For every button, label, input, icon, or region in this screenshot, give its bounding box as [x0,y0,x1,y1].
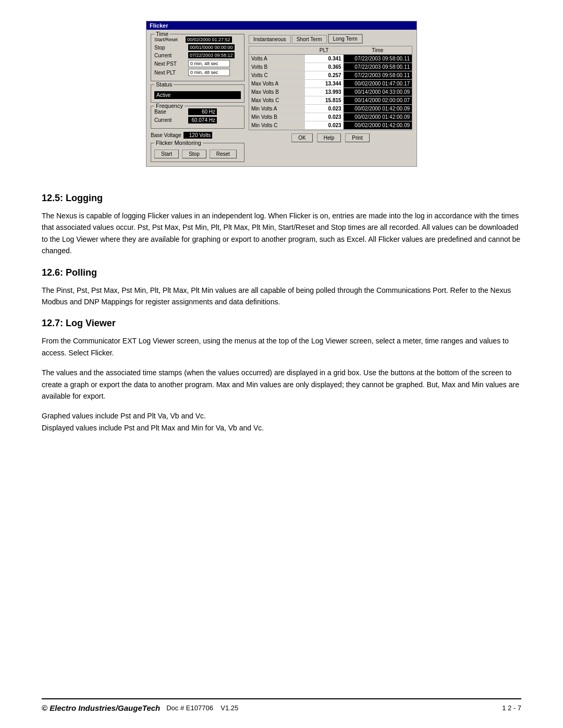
start-reset-row: Start/Reset 00/02/2000 01:27:52 [154,36,241,43]
grid-cell-plt: 0.023 [305,121,344,129]
ok-button[interactable]: OK [291,133,312,142]
grid-header-plt: PLT [305,46,344,54]
stop-row: Stop 00/01/0000 00:00:00 [154,44,241,51]
grid-row: Min Volts B0.02300/02/2000 01:42:00.09 [249,113,412,121]
stop-value: 00/01/0000 00:00:00 [188,44,235,51]
grid-cell-time: 00/14/2000 04:33:00.09 [344,88,412,96]
doc-version: V1.25 [221,704,238,712]
dialog-title: Flicker [150,22,168,29]
grid-cell-plt: 0.023 [305,113,344,121]
footer-page: 1 2 - 7 [502,704,521,712]
dialog-title-bar: Flicker [146,21,417,30]
time-group: Time Start/Reset 00/02/2000 01:27:52 Sto… [151,34,244,81]
base-voltage-label: Base Voltage [151,132,181,138]
grid-cell-label: Max Volts A [249,80,305,88]
left-panel: Time Start/Reset 00/02/2000 01:27:52 Sto… [151,34,244,162]
grid-cell-label: Min Volts A [249,105,305,113]
grid-cell-label: Max Volts C [249,96,305,104]
next-plt-label: Next PLT [154,70,188,76]
grid-cell-time: 00/02/2000 01:47:00.17 [344,80,412,88]
grid-header: PLT Time [249,46,412,55]
next-plt-row: Next PLT 0 min, 48 sec [154,69,241,76]
footer: © Electro Industries/GaugeTech Doc # E10… [42,698,521,712]
current-label: Current [154,53,188,58]
flicker-dialog: Flicker Time Start/Reset 00/02/2000 01:2… [146,21,417,167]
freq-current-row: Current 60.074 Hz [154,117,241,124]
grid-cell-label: Volts C [249,71,305,79]
grid-row: Volts A0.34107/22/2003 09:58:00.11 [249,55,412,63]
right-panel: Instantaneous Short Term Long Term PLT T… [249,34,412,162]
section-heading-polling: 12.6: Polling [42,267,521,278]
status-group: Status Active [151,84,244,103]
grid-row: Max Volts A13.34400/02/2000 01:47:00.17 [249,80,412,88]
section-heading-logging: 12.5: Logging [42,193,521,204]
doc-label: Doc # [166,704,184,712]
footer-doc: Doc # E107706 V1.25 [166,704,238,712]
flicker-stop-button[interactable]: Stop [182,150,206,158]
flicker-monitoring-label: Flicker Monitoring [154,140,203,146]
logo-text: Electro Industries/GaugeTech [50,704,160,712]
grid-row: Min Volts C0.02300/02/2000 01:42:00.09 [249,121,412,130]
grid-cell-plt: 0.341 [305,55,344,63]
grid-cell-time: 07/22/2003 09:58:00.11 [344,63,412,71]
flicker-monitoring-group: Flicker Monitoring Start Stop Reset [151,143,244,162]
next-pst-value: 0 min, 48 sec [188,60,230,67]
grid-row: Max Volts C15.81500/14/2000 02:00:00.07 [249,96,412,105]
grid-cell-time: 00/02/2000 01:42:00.09 [344,105,412,113]
grid-cell-plt: 13.993 [305,88,344,96]
grid-row: Volts B0.36507/22/2003 09:58:00.11 [249,63,412,71]
print-button[interactable]: Print [345,133,370,142]
frequency-group-label: Frequency [154,103,185,109]
help-button[interactable]: Help [317,133,341,142]
grid-cell-time: 00/14/2000 02:00:00.07 [344,96,412,104]
start-reset-value: 00/02/2000 01:27:52 [186,36,232,43]
freq-current-value: 60.074 Hz [188,117,217,124]
section-paragraph-log-viewer: The values and the associated time stamp… [42,367,521,402]
section-heading-log-viewer: 12.7: Log Viewer [42,318,521,329]
grid-header-time: Time [344,46,412,54]
grid-header-empty [249,46,305,54]
grid-cell-time: 07/22/2003 09:58:00.11 [344,71,412,79]
bottom-buttons: OK Help Print [249,133,412,142]
flicker-reset-button[interactable]: Reset [210,150,237,158]
freq-base-label: Base [154,109,188,115]
current-value: 07/22/2003 09:58:12 [188,52,235,58]
grid-cell-label: Volts B [249,63,305,71]
base-voltage-row: Base Voltage 120 Volts [151,132,244,139]
grid-cell-plt: 0.257 [305,71,344,79]
section-paragraph-log-viewer: From the Communicator EXT Log Viewer scr… [42,335,521,359]
time-group-label: Time [154,31,170,37]
data-grid: PLT Time Volts A0.34107/22/2003 09:58:00… [249,46,412,130]
status-value: Active [154,91,241,99]
sections-container: 12.5: LoggingThe Nexus is capable of log… [42,182,521,442]
grid-cell-plt: 15.815 [305,96,344,104]
base-voltage-value: 120 Volts [183,132,212,139]
footer-logo: © Electro Industries/GaugeTech [42,704,160,712]
next-pst-label: Next PST [154,61,188,67]
freq-base-row: Base 60 Hz [154,108,241,115]
grid-cell-label: Min Volts C [249,121,305,129]
grid-row: Volts C0.25707/22/2003 09:58:00.11 [249,71,412,80]
frequency-group: Frequency Base 60 Hz Current 60.074 Hz [151,106,244,129]
doc-number: E107706 [186,704,213,712]
grid-row: Min Volts A0.02300/02/2000 01:42:00.09 [249,105,412,113]
grid-row: Max Volts B13.99300/14/2000 04:33:00.09 [249,88,412,96]
current-row: Current 07/22/2003 09:58:12 [154,52,241,58]
start-reset-label: Start/Reset [154,37,186,42]
status-group-label: Status [154,81,174,88]
tab-row: Instantaneous Short Term Long Term [249,34,412,44]
next-plt-value: 0 min, 48 sec [188,69,230,76]
tab-instantaneous[interactable]: Instantaneous [249,35,291,44]
tab-long-term[interactable]: Long Term [328,34,363,44]
grid-cell-label: Min Volts B [249,113,305,121]
grid-cell-time: 00/02/2000 01:42:00.09 [344,113,412,121]
logo-symbol: © [42,704,47,712]
section-paragraph-logging: The Nexus is capable of logging Flicker … [42,210,521,257]
next-pst-row: Next PST 0 min, 48 sec [154,60,241,67]
freq-current-label: Current [154,117,188,123]
section-paragraph-polling: The Pinst, Pst, Pst Max, Pst Min, Plt, P… [42,285,521,308]
grid-cell-time: 00/02/2000 01:42:00.09 [344,121,412,129]
freq-base-value: 60 Hz [188,108,217,115]
tab-short-term[interactable]: Short Term [292,35,327,44]
flicker-start-button[interactable]: Start [154,150,179,158]
